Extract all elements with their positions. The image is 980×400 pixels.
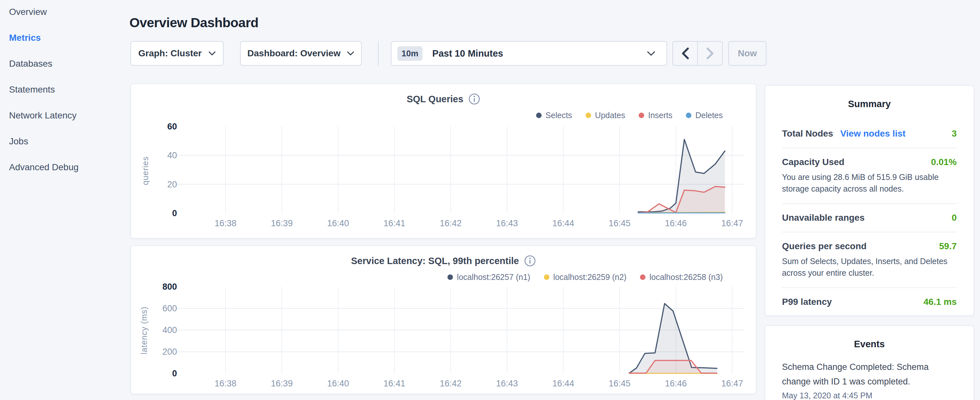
now-button[interactable]: Now: [728, 41, 767, 66]
events-title: Events: [782, 339, 957, 349]
chevron-left-icon: [681, 47, 689, 59]
sidebar-item-advanced-debug[interactable]: Advanced Debug: [9, 163, 116, 172]
y-axis-unit-label: queries: [141, 129, 150, 212]
chevron-down-icon: [347, 51, 354, 56]
page-title: Overview Dashboard: [129, 15, 259, 30]
summary-row-label: Queries per second: [782, 241, 866, 252]
service-latency-chart-card: Service Latency: SQL, 99th percentile lo…: [130, 245, 756, 394]
sidebar-item-metrics[interactable]: Metrics: [9, 33, 116, 43]
dashboard-dropdown-label: Dashboard: Overview: [248, 48, 341, 59]
summary-row-value: 0.01%: [931, 157, 957, 167]
summary-row-value: 3: [951, 129, 957, 139]
sidebar-item-statements[interactable]: Statements: [9, 85, 116, 94]
view-nodes-list-link[interactable]: View nodes list: [840, 129, 905, 139]
summary-row-value: 0: [951, 213, 957, 223]
now-button-label: Now: [738, 48, 757, 59]
sidebar: Overview Metrics Databases Statements Ne…: [9, 7, 116, 188]
sql-queries-chart-card: SQL Queries SelectsUpdatesInsertsDeletes…: [130, 83, 756, 239]
summary-panel: Summary Total Nodes View nodes list 3 Ca…: [765, 85, 974, 316]
toolbar-divider: [378, 41, 379, 66]
time-range-badge: 10m: [397, 46, 423, 61]
summary-row-label: Unavailable ranges: [782, 213, 864, 223]
summary-row-label: Capacity Used: [782, 157, 845, 167]
time-range-dropdown[interactable]: 10m Past 10 Minutes: [391, 41, 667, 66]
y-axis-unit-label: latency (ms): [140, 287, 149, 373]
summary-row-value: 46.1 ms: [923, 297, 957, 307]
previous-time-button[interactable]: [673, 42, 697, 65]
summary-row-description: You are using 28.6 MiB of 515.9 GiB usab…: [782, 171, 957, 194]
graph-dropdown[interactable]: Graph: Cluster: [130, 41, 224, 66]
summary-row-label: P99 latency: [782, 297, 832, 307]
sql-queries-plot[interactable]: [131, 84, 757, 239]
toolbar: Graph: Cluster Dashboard: Overview 10m P…: [130, 41, 771, 66]
sidebar-item-network-latency[interactable]: Network Latency: [9, 111, 116, 120]
event-message: Schema Change Completed: Schema change w…: [782, 360, 957, 389]
summary-row-p99-latency: P99 latency 46.1 ms: [782, 288, 957, 316]
events-panel: Events Schema Change Completed: Schema c…: [765, 325, 974, 400]
chevron-down-icon: [647, 51, 655, 56]
sidebar-item-jobs[interactable]: Jobs: [9, 137, 116, 146]
graph-dropdown-label: Graph: Cluster: [138, 48, 202, 59]
summary-row-description: Sum of Selects, Updates, Inserts, and De…: [782, 255, 957, 279]
dashboard-dropdown[interactable]: Dashboard: Overview: [240, 41, 362, 66]
time-step-buttons: [672, 41, 723, 66]
time-range-label: Past 10 Minutes: [432, 48, 503, 59]
chevron-right-icon: [706, 47, 714, 59]
summary-row-capacity-used: Capacity Used 0.01% You are using 28.6 M…: [782, 148, 957, 204]
summary-title: Summary: [782, 99, 957, 109]
sidebar-item-overview[interactable]: Overview: [9, 7, 116, 17]
next-time-button[interactable]: [698, 42, 722, 65]
sidebar-item-databases[interactable]: Databases: [9, 59, 116, 69]
service-latency-plot[interactable]: [131, 246, 757, 395]
summary-row-queries-per-second: Queries per second 59.7 Sum of Selects, …: [782, 233, 957, 288]
chevron-down-icon: [208, 51, 216, 56]
summary-row-unavailable-ranges: Unavailable ranges 0: [782, 204, 957, 233]
summary-row-label: Total Nodes: [782, 129, 833, 139]
event-timestamp: May 13, 2020 at 4:45 PM: [782, 391, 957, 400]
summary-row-value: 59.7: [939, 241, 957, 252]
event-list-item[interactable]: Schema Change Completed: Schema change w…: [782, 360, 957, 400]
summary-row-total-nodes: Total Nodes View nodes list 3: [782, 120, 957, 148]
